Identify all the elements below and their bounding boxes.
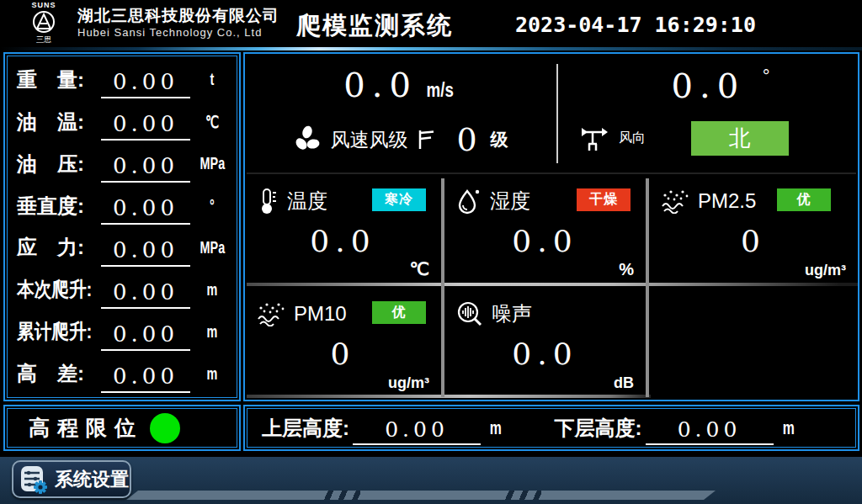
wind-direction-section: 0.0 ° 风向 北 [558,54,858,172]
metric-label: 应 力: [17,234,99,261]
wind-vane-icon [578,125,609,153]
metric-unit: MPa [200,238,225,257]
water-drop-icon [456,188,482,215]
wind-level-flag-icon [416,128,436,151]
sensor-unit: ug/m³ [388,374,429,392]
climbing-formwork-monitor-screen: SUNS 三思 湖北三思科技股份有限公司 Hubei Sansi Technol… [0,0,862,504]
upper-height-label: 上层高度: [262,415,349,442]
status-badge: 寒冷 [372,188,426,211]
metric-unit: m [200,280,225,300]
metric-value: 0.00 [101,195,190,225]
fan-icon [293,125,322,154]
lower-height-label: 下层高度: [555,415,642,442]
dust-particles-icon [257,301,285,326]
upper-height-value: 0.00 [353,417,481,445]
datetime-display: 2023-04-17 16:29:10 [515,13,756,37]
upper-height-unit: m [490,417,502,439]
sensor-unit: dB [614,374,634,392]
wind-direction-label: 风向 [619,130,646,147]
company-name: 湖北三思科技股份有限公司 Hubei Sansi Technology Co.,… [77,6,279,40]
metric-value: 0.00 [101,363,190,393]
wind-level-value: 0 [456,121,476,158]
metric-row-verticality: 垂直度: 0.00 ° [17,185,229,227]
metric-value: 0.00 [101,111,190,141]
metric-unit: t [200,70,225,89]
metric-unit: ° [200,196,225,215]
sensor-name: 噪声 [492,300,532,327]
company-name-cn: 湖北三思科技股份有限公司 [77,6,279,25]
sensor-cell-humidity: 湿度 干燥 0.0 % [444,175,646,283]
metric-row-stress: 应 力: 0.00 MPa [17,227,229,269]
sensor-value: 0 [245,337,441,371]
sensor-name: PM10 [294,302,347,326]
dust-particles-icon [661,188,689,214]
metric-label: 高 差: [17,360,99,387]
wind-speed-section: 0.0 m/s 风速风级 0 级 [245,54,556,172]
metric-unit: ℃ [200,112,225,132]
header: SUNS 三思 湖北三思科技股份有限公司 Hubei Sansi Technol… [0,0,862,48]
status-badge: 优 [777,188,831,211]
metric-label: 垂直度: [17,193,99,220]
sensor-value: 0 [649,224,858,258]
metric-unit: MPa [200,154,225,173]
lower-height-unit: m [782,417,794,439]
logo-top-text: SUNS [17,1,71,9]
metric-value: 0.00 [101,69,190,98]
metrics-panel: 重 量: 0.00 t 油 温: 0.00 ℃ 油 压: 0.00 MPa 垂直… [3,52,241,401]
footer-decorative-stripe [126,491,716,500]
heights-panel: 上层高度: 0.00 m 下层高度: 0.00 m [243,405,859,451]
thermometer-icon [257,188,279,215]
company-logo: SUNS 三思 [17,1,71,47]
footer-bar: 系统设置 [0,457,862,504]
sensor-cell-temperature: 温度 寒冷 0.0 ℃ [245,175,441,283]
grid-line [247,172,856,174]
status-badge: 优 [372,301,426,324]
sensor-unit: ℃ [409,259,429,279]
wind-direction-display: 北 [691,121,789,156]
sensor-cell-pm10: PM10 优 0 ug/m³ [245,288,441,395]
sensor-name: PM2.5 [698,189,756,213]
metric-label: 油 温: [17,109,99,135]
metric-value: 0.00 [101,237,190,267]
metric-label: 重 量: [17,66,99,93]
wind-speed-label: 风速风级 [330,127,407,153]
sensor-value: 0.0 [245,224,441,258]
wind-direction-unit: ° [763,66,770,87]
wind-direction-value: 0.0 [672,66,746,105]
metric-row-weight: 重 量: 0.00 t [17,59,229,101]
sensor-cell-empty [649,288,858,395]
sensor-name: 湿度 [490,188,530,215]
lower-height-group: 下层高度: 0.00 m [555,411,797,445]
metric-value: 0.00 [101,279,190,309]
metric-row-height-diff: 高 差: 0.00 m [17,353,229,395]
metric-label: 本次爬升: [17,276,88,303]
grid-line [247,283,858,286]
sensor-value: 0.0 [444,224,646,258]
logo-bottom-text: 三思 [17,36,71,44]
metric-value: 0.00 [101,321,190,351]
sensor-value: 0.0 [444,337,646,371]
company-name-en: Hubei Sansi Technology Co., Ltd [77,25,279,40]
page-title: 爬模监测系统 [296,9,453,43]
environment-panel: 0.0 m/s 风速风级 0 级 [243,52,859,401]
metric-label: 油 压: [17,151,99,178]
stripe-slashes [501,491,541,500]
wind-level-unit: 级 [491,128,508,151]
metric-row-oil-temp: 油 温: 0.00 ℃ [17,101,229,143]
status-badge: 干燥 [577,188,631,211]
wind-speed-unit: m/s [427,78,454,102]
metric-row-current-climb: 本次爬升: 0.00 m [17,268,229,310]
sansi-logo-icon [29,9,58,36]
elevation-limit-label: 高程限位 [29,414,143,442]
system-settings-button[interactable]: 系统设置 [12,460,131,498]
metric-row-total-climb: 累计爬升: 0.00 m [17,310,229,353]
header-divider [0,47,862,50]
metric-unit: m [200,322,225,342]
elevation-limit-panel: 高程限位 [3,405,241,451]
metric-label: 累计爬升: [17,318,88,345]
metric-row-oil-pressure: 油 压: 0.00 MPa [17,143,229,185]
sensor-unit: ug/m³ [805,262,846,279]
sensor-name: 温度 [287,188,327,215]
elevation-limit-status-indicator [150,413,180,443]
settings-sliders-gear-icon [19,464,48,495]
